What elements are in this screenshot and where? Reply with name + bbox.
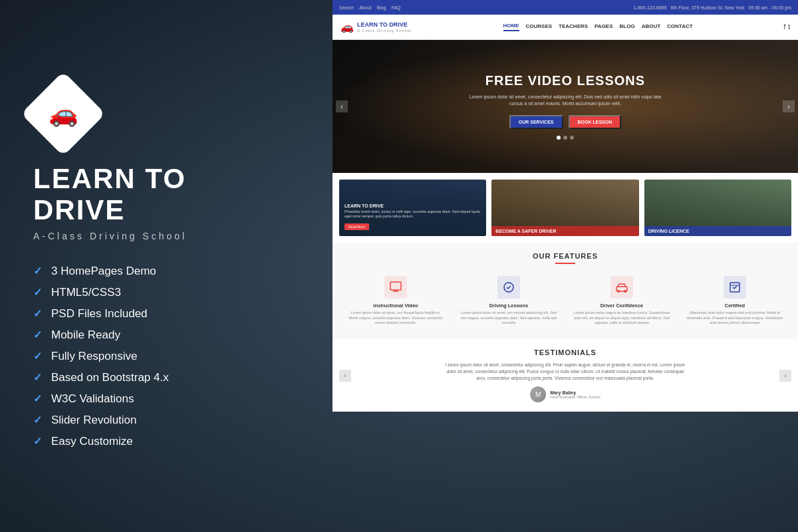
card-learn[interactable]: LEARN TO DRIVE Phasellus lorem enim, luc… <box>339 180 486 236</box>
feature-label-9: Easy Customize <box>51 435 133 448</box>
testimonials-author: M Mary Bailey Chief Executive Officer, E… <box>342 386 789 402</box>
site-logo-sub: A Class Driving School <box>357 29 412 33</box>
svg-point-6 <box>624 290 626 293</box>
services-button[interactable]: OUR SERVICES <box>509 115 563 129</box>
card-learn-readmore[interactable]: Read More <box>344 223 369 230</box>
topbar-search[interactable]: Search <box>339 5 354 10</box>
feature-label-5: Fully Responsive <box>51 350 137 363</box>
hero-dot-1[interactable] <box>557 136 561 140</box>
testimonials-next-button[interactable]: › <box>779 370 791 382</box>
hero-text: Lorem ipsum dolor sit amet, consectetur … <box>466 94 665 107</box>
site-logo-text-block: LEARN TO DRIVE A Class Driving School <box>357 21 412 33</box>
features-grid: Instructional Video Lorem ipsum dolor si… <box>342 272 789 330</box>
hero-dot-2[interactable] <box>563 136 567 140</box>
feature-label-1: 3 HomePages Demo <box>51 265 156 278</box>
testimonials-title: TESTIMONIALS <box>342 348 789 356</box>
topbar-links: Search About Blog FAQ <box>339 5 401 10</box>
testimonials-prev-button[interactable]: ‹ <box>339 370 351 382</box>
feature-card-3: Driver Confidence Lorem ipsum porta magn… <box>568 272 676 330</box>
features-divider <box>555 263 575 264</box>
card-licence-image: DRIVING LICENCE <box>644 180 791 236</box>
check-icon-5: ✓ <box>33 350 42 362</box>
check-icon-8: ✓ <box>33 414 42 426</box>
check-icon-6: ✓ <box>33 371 42 384</box>
feature-item-3: ✓ PSD Files Included <box>33 307 273 321</box>
car-icon: 🚗 <box>49 100 78 128</box>
author-info: Mary Bailey Chief Executive Officer, Env… <box>550 390 600 399</box>
feature-item-7: ✓ W3C Validations <box>33 392 273 406</box>
nav-about[interactable]: ABOUT <box>642 23 660 31</box>
hero-dots <box>466 136 665 140</box>
feature-item-5: ✓ Fully Responsive <box>33 350 273 363</box>
author-avatar: M <box>530 386 546 402</box>
check-icon-4: ✓ <box>33 329 42 341</box>
twitter-icon[interactable]: t <box>788 23 790 31</box>
feature-label-2: HTML5/CSS3 <box>51 286 121 299</box>
feature-card-text-2: Lorem ipsum dolor sit amet, con ectoret … <box>459 311 559 326</box>
site-topbar: Search About Blog FAQ 1-800-123-6889 8th… <box>332 0 798 15</box>
topbar-faq[interactable]: FAQ <box>392 5 401 10</box>
feature-card-1: Instructional Video Lorem ipsum dolor si… <box>342 272 450 330</box>
feature-item-1: ✓ 3 HomePages Demo <box>33 265 273 278</box>
topbar-address: 8th Floor, 379 Hudson St, New York <box>671 5 745 10</box>
author-name: Mary Bailey <box>550 390 600 395</box>
site-hero: ‹ FREE VIDEO LESSONS Lorem ipsum dolor s… <box>332 40 798 173</box>
card-licence[interactable]: DRIVING LICENCE <box>644 180 791 236</box>
feature-label-8: Slider Revolution <box>51 414 137 427</box>
feature-card-2: Driving Lessons Lorem ipsum dolor sit am… <box>455 272 563 330</box>
feature-label-3: PSD Files Included <box>51 307 148 321</box>
nav-courses[interactable]: COURSES <box>526 23 553 31</box>
left-panel: 🚗 LEARN TO DRIVE A-Class Driving School … <box>0 0 306 532</box>
card-safer[interactable]: BECOME A SAFER DRIVER <box>491 180 638 236</box>
hero-prev-button[interactable]: ‹ <box>336 100 348 112</box>
site-social: f t <box>783 23 790 31</box>
feature-item-2: ✓ HTML5/CSS3 <box>33 286 273 299</box>
feature-card-text-1: Lorem ipsum dolor sit amet, con feuqat l… <box>346 311 446 326</box>
check-icon-1: ✓ <box>33 265 42 277</box>
site-logo: 🚗 LEARN TO DRIVE A Class Driving School <box>340 21 412 33</box>
hero-buttons: OUR SERVICES BOOK LESSON <box>466 115 665 129</box>
card-learn-text: Phasellus lorem enim, luctus ut velit eg… <box>344 209 481 219</box>
card-learn-image: LEARN TO DRIVE Phasellus lorem enim, luc… <box>339 180 486 236</box>
book-lesson-button[interactable]: BOOK LESSON <box>569 115 622 129</box>
topbar-blog[interactable]: Blog <box>376 5 386 10</box>
site-navbar: 🚗 LEARN TO DRIVE A Class Driving School … <box>332 15 798 40</box>
feature-list: ✓ 3 HomePages Demo ✓ HTML5/CSS3 ✓ PSD Fi… <box>33 265 273 448</box>
nav-pages[interactable]: PAGES <box>595 23 612 31</box>
site-logo-icon: 🚗 <box>340 21 354 33</box>
svg-rect-0 <box>390 282 401 290</box>
nav-contact[interactable]: CONTACT <box>667 23 693 31</box>
nav-home[interactable]: HOME <box>503 23 519 31</box>
testimonials-section: ‹ TESTIMONIALS I lorem ipsum dolor sit a… <box>332 339 798 412</box>
feature-item-9: ✓ Easy Customize <box>33 435 273 448</box>
topbar-contact-info: 1-800-123-6889 8th Floor, 379 Hudson St,… <box>634 5 791 10</box>
testimonials-text: I lorem ipsum dolor sit amet, consectetu… <box>432 362 698 381</box>
card-safer-image: BECOME A SAFER DRIVER <box>491 180 638 236</box>
features-section: OUR FEATURES Instructional Video Lorem i… <box>332 243 798 339</box>
feature-card-title-1: Instructional Video <box>346 303 446 309</box>
card-safer-overlay: BECOME A SAFER DRIVER <box>491 226 638 236</box>
facebook-icon[interactable]: f <box>783 23 785 31</box>
site-cards: LEARN TO DRIVE Phasellus lorem enim, luc… <box>332 173 798 243</box>
feature-icon-2 <box>497 276 520 299</box>
check-icon-3: ✓ <box>33 307 42 320</box>
nav-blog[interactable]: BLOG <box>620 23 635 31</box>
hero-next-button[interactable]: › <box>783 100 795 112</box>
site-preview: Search About Blog FAQ 1-800-123-6889 8th… <box>332 0 798 532</box>
topbar-about[interactable]: About <box>359 5 371 10</box>
author-role: Chief Executive Officer, Envato <box>550 395 600 399</box>
hero-dot-3[interactable] <box>570 136 574 140</box>
card-safer-title: BECOME A SAFER DRIVER <box>495 229 634 233</box>
hero-title: FREE VIDEO LESSONS <box>466 73 665 88</box>
feature-item-4: ✓ Mobile Ready <box>33 329 273 342</box>
topbar-hours: 09:30 am - 06:00 pm <box>748 5 791 10</box>
card-learn-title: LEARN TO DRIVE <box>344 203 481 208</box>
check-icon-7: ✓ <box>33 392 42 405</box>
hero-content: FREE VIDEO LESSONS Lorem ipsum dolor sit… <box>466 73 665 140</box>
features-title: OUR FEATURES <box>342 252 789 260</box>
card-licence-overlay: DRIVING LICENCE <box>644 226 791 236</box>
feature-icon-4 <box>724 276 746 299</box>
nav-teachers[interactable]: TEACHERS <box>559 23 588 31</box>
site-nav: HOME COURSES TEACHERS PAGES BLOG ABOUT C… <box>503 23 693 31</box>
brand-title: LEARN TO DRIVE <box>33 164 273 225</box>
